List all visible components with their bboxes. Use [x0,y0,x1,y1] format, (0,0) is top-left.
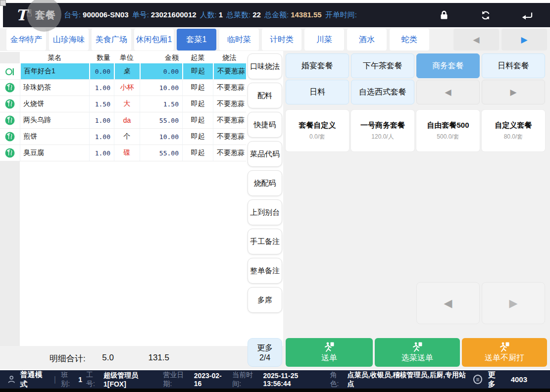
dish-method: 不要葱蒜 [213,96,246,112]
items-next-button[interactable]: ▶ [482,282,545,324]
categories-prev-button[interactable]: ◀ [416,80,480,104]
move-to-table-button[interactable]: 上到别台 [248,199,282,225]
set-meal-item[interactable]: 一号商务套餐 120.0/人 [351,110,414,151]
table-row[interactable]: 臭豆腐 1.00 碟 55.00 即起 不要葱蒜 [0,145,246,161]
item-price: 80.0/套 [504,133,523,141]
chevron-right-icon: ▶ [521,35,527,45]
dish-icon [5,83,15,93]
category-business-set[interactable]: 商务套餐 [416,53,480,78]
tab-temp-dishes[interactable]: 临时菜 [219,29,259,50]
set-meal-item[interactable]: 套餐自定义 0.0/套 [286,110,349,151]
back-icon[interactable] [521,9,533,21]
totals-amount: 131.5 [139,353,169,363]
tab-sichuan[interactable]: 川菜 [304,29,344,50]
dish-count-label: 总菜数: [226,10,250,20]
tab-timed[interactable]: 计时类 [262,29,301,50]
ingredients-button[interactable]: 配料 [248,83,282,108]
category-afternoon-tea[interactable]: 下午茶套餐 [351,53,414,78]
send-no-kitchen-print-button[interactable]: 送单不厨打 [462,338,547,367]
dish-amount: 1.50 [140,96,182,112]
dish-code-button[interactable]: 菜品代码 [248,141,282,167]
user-icon [7,375,16,384]
current-time-label: 当前时间: [232,371,261,389]
divider: | [54,375,56,385]
dish-name: 百年好合1 [20,63,89,79]
dish-amount: 55.00 [140,145,182,161]
mode-label[interactable]: 普通模式 [20,370,49,389]
dish-serve: 即起 [182,112,213,128]
header-unit: 单位 [114,53,140,62]
whole-order-note-button[interactable]: 整单备注 [248,258,282,284]
tab-food-court[interactable]: 美食广场 [92,29,131,50]
statusbar-right: ≡ 更多 4003 [473,370,527,389]
table-row[interactable]: 煎饼 1.00 个 10.00 即起 不要葱蒜 [0,129,246,145]
tabs-next-button[interactable]: ▶ [501,29,547,50]
set-meal-item[interactable]: 自定义套餐 80.0/套 [482,110,545,151]
categories-next-button[interactable]: ▶ [482,80,545,104]
total-amount-label: 总金额: [264,10,289,20]
category-western-set[interactable]: 自选西式套餐 [351,80,414,104]
hamburger-glyph: ≡ [476,376,479,383]
dish-icon [5,132,15,142]
quick-code-button[interactable]: 快捷码 [248,112,282,138]
bottom-edge-strip [0,389,550,392]
select-and-send-label: 选菜送单 [401,353,433,363]
lock-icon[interactable] [438,9,450,21]
dish-amount: 55.00 [140,112,182,128]
tabs-prev-button[interactable]: ◀ [453,29,499,50]
dish-name: 珍珠奶茶 [20,80,89,96]
tab-drinks[interactable]: 酒水 [347,29,387,50]
tab-leisure-room-1[interactable]: 休闲包厢1 [134,29,174,50]
header-method: 烧法 [213,53,246,62]
dish-method: 不要葱蒜 [213,112,246,128]
menu-icon[interactable]: ≡ [473,375,482,384]
category-wedding-banquet[interactable]: 婚宴套餐 [286,53,349,78]
dish-amount: 10.00 [140,129,182,145]
tab-set-dishes-1[interactable]: 套菜1 [177,29,216,50]
bill-no-label: 单号: [132,10,149,20]
item-name: 自定义套餐 [495,121,532,130]
refresh-icon[interactable] [480,9,492,21]
dish-icon [5,148,15,158]
window-corner-artifact [0,0,6,6]
send-order-button[interactable]: 送单 [286,338,373,367]
topbar-icons [438,9,533,21]
dish-method: 不要葱蒜 [213,129,246,145]
table-row[interactable]: 珍珠奶茶 1.00 小杯 10.00 即起 不要葱蒜 [0,80,246,96]
totals-quantity: 5.0 [88,353,114,363]
multi-seat-button[interactable]: 多席 [248,287,282,313]
tab-jinhua-specialty[interactable]: 金华特产 [6,29,46,50]
shift-value: 1 [78,376,82,384]
more-pages-button[interactable]: 更多 2/4 [248,338,282,367]
dish-name: 两头乌蹄 [20,112,89,128]
operator-label: 工号: [86,371,101,389]
select-and-send-button[interactable]: 选菜送单 [375,338,460,367]
category-japanese-set[interactable]: 日料套餐 [482,53,545,78]
tab-mountain-seafood[interactable]: 山珍海味 [49,29,89,50]
category-japanese[interactable]: 日料 [286,80,349,104]
dish-unit: 碟 [114,145,140,161]
more-page-indicator: 2/4 [259,353,270,362]
dish-serve: 即起 [182,80,213,96]
dish-serve: 即起 [182,129,213,145]
set-meal-item[interactable]: 自由套餐500 500.0/套 [416,110,480,151]
table-row[interactable]: 百年好合1 0.00 桌 0.00 即起 不要葱蒜 [0,63,246,80]
chevron-left-icon: ◀ [473,35,479,45]
operator-value: 超级管理员1[FOX] [103,371,159,388]
manual-note-button[interactable]: 手工备注 [248,229,282,254]
statusbar-more-button[interactable]: 更多 [488,370,502,389]
cook-code-button[interactable]: 烧配码 [248,170,282,196]
category-tab-bar: 金华特产 山珍海味 美食广场 休闲包厢1 套菜1 临时菜 计时类 川菜 酒水 蛇… [0,28,550,51]
dish-qty: 0.00 [89,63,114,79]
items-prev-button[interactable]: ◀ [416,282,480,324]
status-bar: 普通模式 | 班别: 1 工号: 超级管理员1[FOX] 营业日期: 2023-… [0,370,550,389]
chevron-right-icon: ▶ [510,87,516,98]
table-row[interactable]: 火烧饼 1.50 大 1.50 即起 不要葱蒜 [0,96,246,112]
table-row[interactable]: 两头乌蹄 1.00 da 55.00 即起 不要葱蒜 [0,112,246,129]
chevron-left-icon: ◀ [445,87,451,98]
order-table-header: 菜名 数量 单位 金额 起菜 烧法 [0,52,246,63]
tab-snake[interactable]: 蛇类 [390,29,429,50]
dish-name: 火烧饼 [20,96,89,112]
flavor-method-button[interactable]: 口味烧法 [248,53,282,79]
item-price: 120.0/人 [371,133,394,141]
